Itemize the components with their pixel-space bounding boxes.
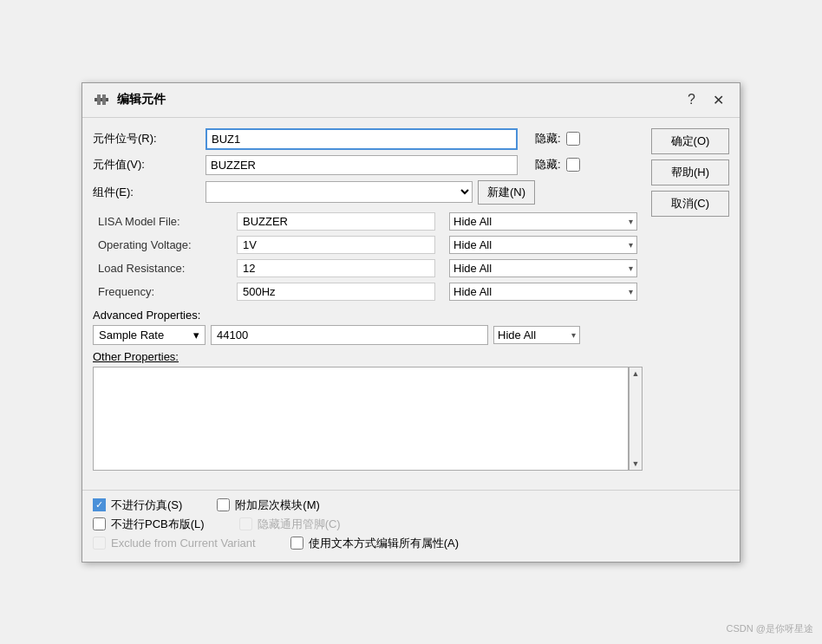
cb2-checkbox[interactable] (93, 517, 106, 530)
svg-rect-2 (102, 94, 106, 105)
close-title-button[interactable]: ✕ (708, 90, 729, 110)
cancel-button[interactable]: 取消(C) (651, 191, 729, 217)
hide-arrow-icon: ▾ (629, 263, 633, 273)
title-controls: ? ✕ (682, 90, 729, 110)
dialog-body: 元件位号(R): 隐藏: 元件值(V): 隐藏: 组件(E): (82, 118, 740, 490)
footer-row-1: 不进行仿真(S) 附加层次模块(M) (93, 498, 729, 513)
hide-arrow-icon: ▾ (629, 287, 633, 296)
table-row: LISA Model File: BUZZER Hide All ▾ (93, 210, 643, 233)
prop-value-cell: 1V (232, 233, 440, 257)
prop-name-cell: Load Resistance: (93, 257, 232, 280)
cb6-item: 使用文本方式编辑所有属性(A) (290, 536, 459, 551)
scroll-down-icon[interactable]: ▼ (630, 458, 642, 470)
cb2-item: 不进行PCB布版(L) (93, 517, 205, 532)
table-row: Frequency: 500Hz Hide All ▾ (93, 280, 643, 303)
prop-value-cell: 12 (232, 257, 440, 280)
cb4-label: 附加层次模块(M) (235, 498, 320, 513)
svg-rect-1 (97, 94, 101, 105)
sample-rate-arrow-icon: ▾ (193, 329, 199, 342)
other-props-scrollbar: ▲ ▼ (629, 367, 643, 471)
scroll-up-icon[interactable]: ▲ (630, 368, 642, 380)
cb1-item: 不进行仿真(S) (93, 498, 182, 513)
value-hide-group: 隐藏: (535, 157, 580, 172)
group-row: 组件(E): 新建(N) (93, 180, 643, 205)
group-select-wrap: 新建(N) (206, 180, 535, 205)
group-label: 组件(E): (93, 185, 206, 200)
sample-rate-row: Sample Rate ▾ Hide All ▾ (93, 325, 643, 345)
hide-arrow-icon: ▾ (629, 217, 633, 226)
component-icon (93, 91, 110, 108)
prop-hide-dropdown[interactable]: Hide All ▾ (449, 283, 637, 301)
edit-component-dialog: 编辑元件 ? ✕ 元件位号(R): 隐藏: 元件值(V): (82, 82, 740, 563)
value-hide-checkbox[interactable] (566, 158, 580, 172)
prop-name-cell: Frequency: (93, 280, 232, 303)
new-group-button[interactable]: 新建(N) (478, 180, 535, 205)
prop-name-cell: LISA Model File: (93, 210, 232, 233)
prop-hide-cell: Hide All ▾ (440, 210, 643, 233)
dialog-title: 编辑元件 (117, 92, 166, 107)
cb3-label: Exclude from Current Variant (111, 537, 256, 550)
properties-table: LISA Model File: BUZZER Hide All ▾ Opera… (93, 210, 643, 303)
sample-rate-hide-arrow-icon: ▾ (571, 330, 576, 340)
ref-hide-checkbox[interactable] (566, 132, 580, 146)
cb5-label: 隐藏通用管脚(C) (258, 517, 341, 532)
cb2-label: 不进行PCB布版(L) (111, 517, 205, 532)
ref-row: 元件位号(R): 隐藏: (93, 128, 643, 150)
other-props-textarea[interactable] (93, 367, 629, 471)
group-select[interactable] (206, 181, 473, 203)
footer-row-3: Exclude from Current Variant 使用文本方式编辑所有属… (93, 536, 729, 551)
table-row: Load Resistance: 12 Hide All ▾ (93, 257, 643, 280)
sample-rate-label: Sample Rate (99, 329, 164, 342)
value-hide-label: 隐藏: (535, 157, 561, 172)
prop-hide-cell: Hide All ▾ (440, 280, 643, 303)
prop-name-cell: Operating Voltage: (93, 233, 232, 257)
prop-hide-dropdown[interactable]: Hide All ▾ (449, 212, 637, 231)
hide-arrow-icon: ▾ (629, 240, 633, 250)
cb1-checkbox[interactable] (93, 498, 106, 511)
value-input[interactable] (206, 155, 518, 175)
other-props-label: Other Properties: (93, 350, 643, 363)
sample-rate-hide-dropdown[interactable]: Hide All ▾ (493, 326, 580, 344)
ok-button[interactable]: 确定(O) (651, 128, 729, 154)
prop-value-cell: 500Hz (232, 280, 440, 303)
advanced-label: Advanced Properties: (93, 309, 643, 322)
prop-hide-dropdown[interactable]: Hide All ▾ (449, 236, 637, 254)
cb1-label: 不进行仿真(S) (111, 498, 182, 513)
cb6-checkbox[interactable] (290, 537, 303, 550)
svg-rect-0 (95, 98, 108, 101)
cb4-checkbox[interactable] (217, 498, 230, 511)
prop-value-cell: BUZZER (232, 210, 440, 233)
ref-input[interactable] (206, 128, 518, 150)
cb5-item: 隐藏通用管脚(C) (239, 517, 341, 532)
cb3-item: Exclude from Current Variant (93, 536, 256, 551)
side-buttons: 确定(O) 帮助(H) 取消(C) (651, 128, 729, 479)
sample-rate-select[interactable]: Sample Rate ▾ (93, 325, 206, 345)
watermark: CSDN @是你呀星途 (727, 622, 813, 635)
value-label: 元件值(V): (93, 157, 206, 172)
cb5-checkbox (239, 517, 252, 530)
prop-hide-dropdown[interactable]: Hide All ▾ (449, 259, 637, 277)
cb4-item: 附加层次模块(M) (217, 498, 320, 513)
cb3-checkbox (93, 537, 106, 550)
sample-rate-hide-label: Hide All (498, 329, 536, 342)
table-row: Operating Voltage: 1V Hide All ▾ (93, 233, 643, 257)
value-row: 元件值(V): 隐藏: (93, 155, 643, 175)
other-props-container: ▲ ▼ (93, 367, 643, 471)
title-bar: 编辑元件 ? ✕ (82, 83, 740, 118)
ref-hide-group: 隐藏: (535, 131, 580, 146)
prop-hide-cell: Hide All ▾ (440, 257, 643, 280)
main-content: 元件位号(R): 隐藏: 元件值(V): 隐藏: 组件(E): (93, 128, 643, 479)
cb6-label: 使用文本方式编辑所有属性(A) (309, 536, 459, 551)
prop-hide-cell: Hide All ▾ (440, 233, 643, 257)
help-title-button[interactable]: ? (682, 90, 701, 109)
footer-row-2: 不进行PCB布版(L) 隐藏通用管脚(C) (93, 517, 729, 532)
sample-rate-input[interactable] (211, 325, 488, 345)
ref-label: 元件位号(R): (93, 131, 206, 146)
help-button[interactable]: 帮助(H) (651, 159, 729, 185)
title-left: 编辑元件 (93, 91, 166, 108)
ref-hide-label: 隐藏: (535, 131, 561, 146)
footer-checkboxes: 不进行仿真(S) 附加层次模块(M) 不进行PCB布版(L) 隐藏通用管脚(C)… (82, 490, 740, 562)
